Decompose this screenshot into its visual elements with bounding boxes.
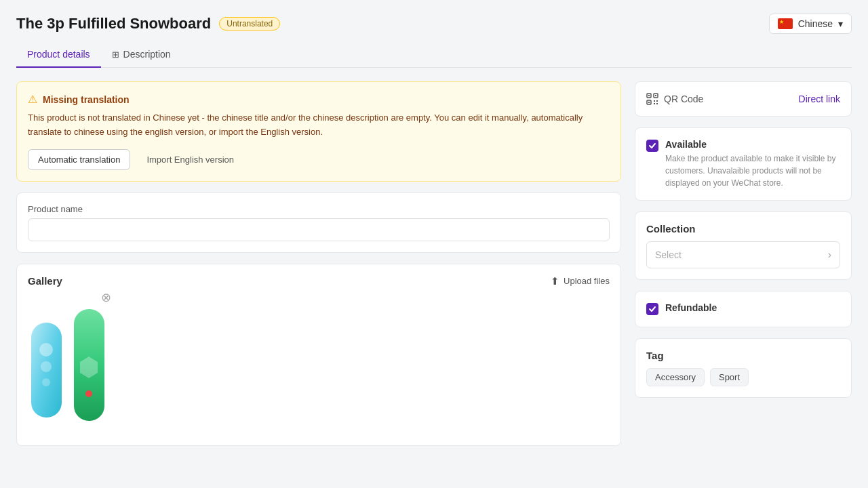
gallery-title: Gallery (28, 275, 62, 287)
refundable-label: Refundable (665, 302, 717, 313)
svg-point-1 (39, 343, 53, 357)
svg-rect-14 (656, 100, 658, 102)
upload-files-button[interactable]: ⬆ Upload files (551, 275, 610, 287)
gallery-card: Gallery ⬆ Upload files ⊗ (16, 264, 621, 446)
refundable-card: Refundable (635, 291, 852, 327)
tag-title: Tag (646, 350, 840, 361)
language-label: Chinese (798, 18, 833, 29)
collection-select[interactable]: Select › (646, 241, 840, 268)
product-name-card: Product name (16, 192, 621, 253)
tab-description[interactable]: ⊞ Description (101, 42, 182, 68)
tabs-container: Product details ⊞ Description (16, 42, 852, 68)
svg-rect-8 (648, 95, 650, 96)
chevron-down-icon: ▾ (838, 18, 843, 29)
snowboard-image-1 (28, 312, 65, 428)
svg-rect-12 (648, 102, 650, 103)
available-label: Available (665, 139, 840, 150)
status-badge: Untranslated (219, 17, 280, 30)
snowboard-images (28, 296, 108, 434)
product-name-input[interactable] (28, 218, 610, 241)
svg-point-3 (42, 378, 50, 386)
tag-card: Tag Accessory Sport (635, 338, 852, 398)
language-selector[interactable]: Chinese ▾ (769, 14, 852, 34)
qr-code-card: QR Code Direct link (635, 81, 852, 117)
svg-rect-16 (656, 103, 658, 104)
auto-translate-button[interactable]: Automatic translation (28, 149, 130, 170)
qr-code-icon (646, 93, 658, 105)
svg-rect-15 (654, 103, 655, 104)
qr-code-label: QR Code (664, 94, 703, 104)
layers-icon: ⊞ (112, 49, 119, 60)
available-checkbox[interactable] (646, 140, 658, 152)
missing-translation-alert: ⚠ Missing translation This product is no… (16, 81, 621, 182)
close-circle-icon: ⊗ (101, 290, 111, 305)
tag-chip-accessory[interactable]: Accessory (646, 368, 705, 386)
gallery-content: ⊗ (28, 296, 108, 434)
upload-label: Upload files (564, 276, 610, 286)
collection-card: Collection Select › (635, 211, 852, 280)
snowboard-image-2 (71, 302, 108, 428)
available-card: Available Make the product available to … (635, 127, 852, 201)
tag-chip-sport[interactable]: Sport (710, 368, 749, 386)
warning-icon: ⚠ (28, 93, 37, 106)
tags-container: Accessory Sport (646, 368, 840, 386)
svg-rect-13 (654, 100, 655, 102)
alert-title: Missing translation (43, 94, 130, 105)
svg-point-2 (41, 361, 52, 372)
tab-product-details[interactable]: Product details (16, 42, 101, 68)
flag-icon (778, 18, 793, 29)
import-english-button[interactable]: Import English version (137, 149, 243, 170)
svg-rect-10 (655, 95, 656, 96)
direct-link-button[interactable]: Direct link (799, 94, 840, 104)
available-description: Make the product available to make it vi… (665, 152, 840, 189)
upload-icon: ⬆ (551, 275, 559, 287)
svg-point-6 (85, 390, 92, 397)
remove-image-button[interactable]: ⊗ (98, 290, 113, 305)
page-title: The 3p Fulfilled Snowboard (16, 15, 211, 33)
chevron-right-icon: › (828, 249, 831, 261)
tab-description-label: Description (123, 49, 171, 60)
tab-product-details-label: Product details (27, 49, 90, 60)
refundable-checkbox[interactable] (646, 303, 658, 315)
product-name-label: Product name (28, 204, 610, 214)
collection-title: Collection (646, 223, 840, 235)
alert-body: This product is not translated in Chines… (28, 111, 610, 140)
collection-placeholder: Select (655, 249, 682, 260)
